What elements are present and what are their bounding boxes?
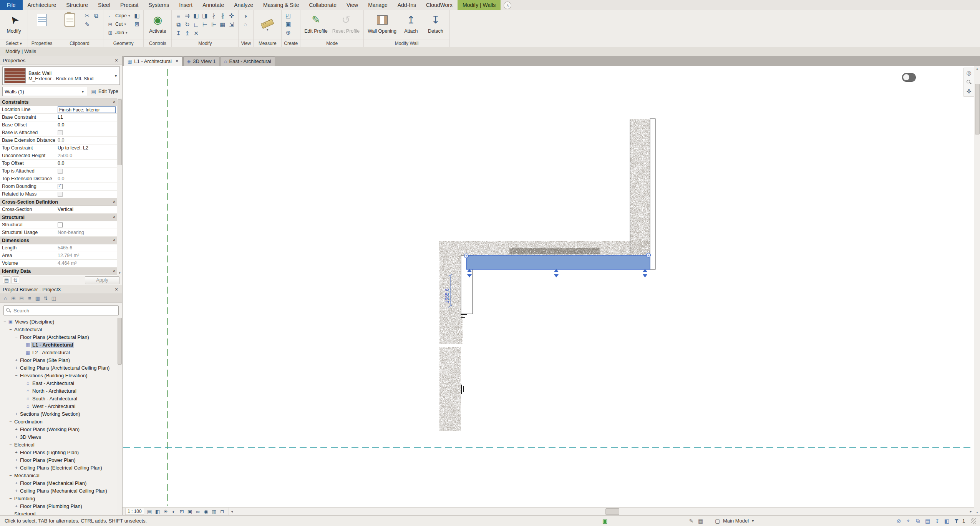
property-value-volume[interactable]: 4.464 m³ — [56, 260, 117, 267]
wall-outline-right[interactable] — [650, 119, 655, 269]
list-icon[interactable]: ≡ — [26, 295, 33, 302]
match-type-icon[interactable]: ✎ — [83, 20, 91, 29]
ribbon-tab-collaborate[interactable]: Collaborate — [304, 0, 342, 10]
press-drag-icon[interactable]: ⌖ — [905, 517, 912, 524]
property-value-related-to-mass[interactable] — [56, 191, 117, 198]
property-value-top-constraint[interactable]: Up to level: L2 — [56, 144, 117, 152]
ribbon-tab-modify-walls[interactable]: Modify | Walls — [458, 0, 501, 10]
browser-tree-item-floor-plans-mechanical-plan[interactable]: +Floor Plans (Mechanical Plan) — [0, 479, 122, 487]
property-edit-field[interactable]: Finish Face: Interior — [58, 106, 116, 113]
design-options-combo[interactable]: ▢ Main Model ▾ — [714, 517, 755, 524]
selected-wall[interactable] — [466, 256, 650, 269]
editable-only-icon[interactable]: ✎ — [688, 517, 695, 524]
pin-icon[interactable]: ↧ — [174, 29, 182, 38]
rotate-icon[interactable]: ↻ — [183, 20, 191, 29]
ribbon-tab-cloudworx[interactable]: CloudWorx — [421, 0, 458, 10]
ribbon-display-toggle[interactable]: ˄ — [504, 2, 511, 9]
close-icon[interactable]: ✕ — [113, 58, 119, 63]
vertical-scrollbar[interactable]: ▴ ▾ — [974, 66, 980, 515]
browser-tree-item-floor-plans-working-plan[interactable]: +Floor Plans (Working Plan) — [0, 425, 122, 433]
collapse-icon[interactable]: ˄ — [113, 200, 115, 204]
property-value-image[interactable] — [56, 275, 117, 275]
paint-icon[interactable]: ◧ — [133, 12, 141, 20]
activate-button[interactable]: ◉Activate — [146, 12, 169, 34]
browser-tree-item-sections-working-section[interactable]: +Sections (Working Section) — [0, 410, 122, 418]
exclude-options-icon[interactable]: ⊘ — [895, 517, 902, 524]
browser-tree-item-plumbing[interactable]: −Plumbing — [0, 494, 122, 502]
collapse-icon[interactable]: ⊟ — [18, 295, 25, 302]
view-tab-east-architectural[interactable]: ⌂East - Architectural — [220, 56, 275, 66]
temporary-dimension-value[interactable]: 1565.6 — [444, 289, 450, 303]
property-value-base-is-attached[interactable] — [56, 129, 117, 136]
join-button[interactable]: ⊞Join▾ — [106, 28, 131, 37]
move-icon[interactable]: ✜ — [227, 12, 235, 20]
property-value-area[interactable]: 12.794 m² — [56, 252, 117, 259]
expand-icon[interactable]: + — [14, 412, 19, 416]
property-value-top-is-attached[interactable] — [56, 168, 117, 175]
scroll-right-icon[interactable]: ▸ — [968, 508, 974, 515]
property-value-base-offset[interactable]: 0.0 — [56, 121, 117, 129]
select-underlay-icon[interactable]: ▤ — [924, 517, 931, 524]
cut-icon[interactable]: ✂ — [83, 12, 91, 20]
property-section-constraints[interactable]: Constraints˄ — [0, 98, 117, 106]
properties-header[interactable]: Properties ✕ — [0, 56, 122, 65]
scroll-down-icon[interactable]: ▾ — [119, 270, 120, 275]
browser-tree-item-electrical[interactable]: −Electrical — [0, 441, 122, 448]
demolish-icon[interactable]: ⊠ — [133, 20, 141, 28]
property-value-room-bounding[interactable] — [56, 183, 117, 190]
split-gap-icon[interactable]: ∦ — [218, 12, 227, 20]
close-icon[interactable]: ✕ — [175, 59, 179, 64]
chevron-down-icon[interactable]: ▾ — [114, 74, 118, 78]
collapse-icon[interactable]: − — [8, 419, 13, 424]
browser-tree-item-l2-architectural[interactable]: ▦L2 - Architectural — [0, 348, 122, 356]
expand-icon[interactable]: + — [14, 488, 19, 493]
ribbon-tab-add-ins[interactable]: Add-Ins — [393, 0, 421, 10]
view-tab-3d-view-1[interactable]: ◈3D View 1 — [183, 56, 219, 66]
browser-tree-item-floor-plans-power-plan[interactable]: +Floor Plans (Power Plan) — [0, 456, 122, 464]
scroll-left-icon[interactable]: ◂ — [229, 508, 235, 515]
expand-icon[interactable]: + — [14, 465, 19, 470]
browser-tree-item-floor-plans-architectural-plan[interactable]: −Floor Plans (Architectural Plan) — [0, 333, 122, 341]
create-group-icon[interactable]: ▣ — [284, 20, 292, 28]
columns-icon[interactable]: ▥ — [34, 295, 41, 302]
overlay-toggle[interactable] — [902, 73, 916, 82]
ribbon-tab-insert[interactable]: Insert — [174, 0, 197, 10]
collapse-icon[interactable]: − — [14, 335, 19, 339]
scroll-up-icon[interactable]: ▴ — [976, 66, 978, 71]
close-icon[interactable]: ✕ — [113, 287, 119, 292]
mirror-draw-icon[interactable]: ◨ — [201, 12, 209, 20]
ribbon-tab-view[interactable]: View — [342, 0, 363, 10]
ribbon-tab-annotate[interactable]: Annotate — [197, 0, 229, 10]
browser-search-input[interactable] — [13, 307, 116, 314]
worksets-dialog-icon[interactable]: ▦ — [697, 517, 704, 524]
delete-icon[interactable]: ✕ — [192, 29, 200, 38]
checkbox[interactable] — [58, 192, 63, 197]
edit-type-button[interactable]: ▤ Edit Type — [90, 88, 120, 95]
worksharing-display-icon[interactable]: ▥ — [211, 508, 218, 515]
browser-tree-item-floor-plans-site-plan[interactable]: +Floor Plans (Site Plan) — [0, 356, 122, 364]
scale-button[interactable]: 1 : 100 — [125, 508, 144, 515]
project-browser-header[interactable]: Project Browser - Project3 ✕ — [0, 285, 122, 294]
property-section-identity-data[interactable]: Identity Data˄ — [0, 267, 117, 275]
link-icon[interactable]: ◫ — [50, 295, 57, 302]
collapse-icon[interactable]: − — [14, 373, 19, 378]
worksets-icon[interactable]: ▣ — [601, 517, 609, 524]
browser-tree-item-3d-views[interactable]: +3D Views — [0, 433, 122, 441]
ribbon-tab-systems[interactable]: Systems — [143, 0, 174, 10]
scrollbar-thumb[interactable] — [975, 84, 980, 134]
pan-icon[interactable]: ✜ — [965, 88, 973, 95]
browser-tree-item-ceiling-plans-mechanical-ceiling-plan[interactable]: +Ceiling Plans (Mechanical Ceiling Plan) — [0, 487, 122, 494]
expand-icon[interactable]: + — [14, 427, 19, 431]
visual-style-icon[interactable]: ◧ — [154, 508, 161, 515]
browser-tree-item-west-architectural[interactable]: ⌂West - Architectural — [0, 402, 122, 410]
property-value-location-line[interactable]: Finish Face: Interior — [56, 106, 117, 113]
ribbon-tab-analyze[interactable]: Analyze — [229, 0, 258, 10]
property-value-top-offset[interactable]: 0.0 — [56, 160, 117, 167]
property-value-cross-section[interactable]: Vertical — [56, 206, 117, 213]
horizontal-scrollbar[interactable]: ◂ ▸ — [229, 508, 974, 515]
browser-tree-item-ceiling-plans-electrical-ceiling-plan[interactable]: +Ceiling Plans (Electrical Ceiling Plan) — [0, 464, 122, 471]
property-section-dimensions[interactable]: Dimensions˄ — [0, 237, 117, 244]
expand-icon[interactable]: + — [14, 358, 19, 362]
paste-button[interactable] — [58, 12, 81, 28]
expand-icon[interactable]: ⊞ — [10, 295, 17, 302]
